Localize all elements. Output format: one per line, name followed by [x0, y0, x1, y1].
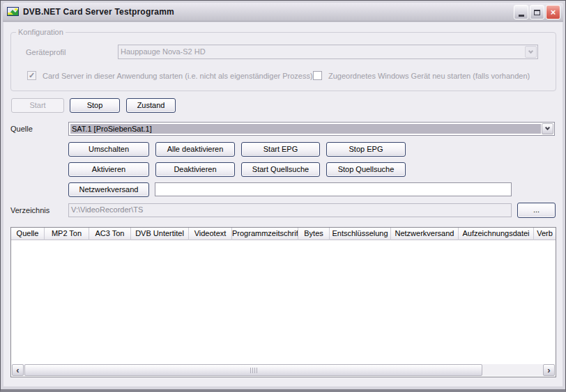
konfiguration-group — [10, 32, 556, 91]
quelle-selected-value: SAT.1 [ProSiebenSat.1] — [70, 124, 541, 134]
minimize-icon — [519, 15, 524, 17]
minimize-button[interactable] — [514, 5, 528, 19]
check-icon: ✓ — [29, 72, 35, 79]
start-quellsuche-button[interactable]: Start Quellsuche — [241, 162, 320, 177]
maximize-button[interactable] — [530, 5, 544, 19]
quelle-dropdown-button[interactable] — [542, 123, 553, 134]
stop-quellsuche-button[interactable]: Stop Quellsuche — [326, 162, 406, 177]
column-header-mp2-ton[interactable]: MP2 Ton — [45, 228, 89, 240]
quelle-label: Quelle — [10, 125, 33, 133]
alle-deaktivieren-button[interactable]: Alle deaktivieren — [155, 142, 235, 157]
column-header-verb[interactable]: Verb — [534, 228, 556, 240]
column-header-ac3-ton[interactable]: AC3 Ton — [89, 228, 131, 240]
netzwerkversand-button[interactable]: Netzwerkversand — [68, 182, 149, 197]
netzwerkversand-input[interactable] — [155, 182, 512, 196]
windowsgeraet-checkbox-label: Zugeordnetes Windows Gerät neu starten (… — [328, 72, 530, 80]
cardserver-checkbox[interactable]: ✓ — [27, 71, 36, 80]
geraeteprofil-value: Hauppauge Nova-S2 HD — [121, 47, 523, 56]
scroll-left-button[interactable]: ‹ — [12, 364, 24, 376]
app-icon — [7, 6, 20, 17]
window-title: DVB.NET Card Server Testprogramm — [23, 7, 174, 17]
scroll-right-icon: › — [547, 365, 550, 375]
column-header-netzwerkversand[interactable]: Netzwerkversand — [391, 228, 459, 240]
scrollbar-grip-icon — [250, 368, 257, 373]
geraeteprofil-dropdown-button — [525, 46, 537, 58]
umschalten-button[interactable]: Umschalten — [68, 142, 149, 157]
verzeichnis-field: V:\VideoRecorder\TS — [68, 203, 512, 217]
close-button[interactable]: × — [546, 5, 560, 19]
titlebar[interactable]: DVB.NET Card Server Testprogramm × — [3, 3, 563, 22]
deaktivieren-button[interactable]: Deaktivieren — [155, 162, 235, 177]
column-header-aufzeichnungsdatei[interactable]: Aufzeichnungsdatei — [459, 228, 534, 240]
windowsgeraet-checkbox[interactable] — [313, 71, 322, 80]
column-header-quelle[interactable]: Quelle — [11, 228, 45, 240]
stop-epg-button[interactable]: Stop EPG — [326, 142, 406, 157]
app-window: DVB.NET Card Server Testprogramm × Konfi… — [0, 0, 566, 392]
chevron-down-icon — [528, 48, 533, 53]
start-button[interactable]: Start — [11, 98, 64, 113]
browse-button[interactable]: ... — [517, 203, 556, 218]
scroll-right-button[interactable]: › — [543, 364, 555, 376]
verzeichnis-label: Verzeichnis — [10, 206, 49, 214]
column-header-bytes[interactable]: Bytes — [298, 228, 330, 240]
stop-button[interactable]: Stop — [70, 98, 120, 113]
window-controls: × — [514, 5, 560, 19]
close-icon: × — [551, 7, 556, 17]
scrollbar-thumb[interactable] — [24, 364, 482, 376]
column-header-dvb-untertitel[interactable]: DVB Untertitel — [131, 228, 189, 240]
cardserver-checkbox-label: Card Server in dieser Anwendung starten … — [43, 72, 313, 80]
maximize-icon — [534, 10, 540, 15]
start-epg-button[interactable]: Start EPG — [241, 142, 320, 157]
aktivieren-button[interactable]: Aktivieren — [68, 162, 149, 177]
listview-body[interactable] — [11, 241, 556, 364]
scroll-left-icon: ‹ — [16, 365, 19, 375]
column-header-programmzeitschrift[interactable]: Programmzeitschrift — [232, 228, 298, 240]
geraeteprofil-label: Geräteprofil — [26, 48, 66, 56]
column-header-entschluesselung[interactable]: Entschlüsselung — [330, 228, 391, 240]
konfiguration-group-label: Konfiguration — [16, 28, 66, 36]
client-area: Konfiguration Geräteprofil Hauppauge Nov… — [3, 22, 563, 386]
chevron-down-icon — [545, 125, 550, 130]
column-header-videotext[interactable]: Videotext — [189, 228, 232, 240]
horizontal-scrollbar[interactable]: ‹ › — [12, 364, 555, 376]
geraeteprofil-combobox[interactable]: Hauppauge Nova-S2 HD — [118, 45, 538, 59]
quelle-combobox[interactable]: SAT.1 [ProSiebenSat.1] — [68, 122, 555, 136]
sources-listview: Quelle MP2 Ton AC3 Ton DVB Untertitel Vi… — [10, 227, 556, 377]
listview-header: Quelle MP2 Ton AC3 Ton DVB Untertitel Vi… — [11, 228, 556, 240]
zustand-button[interactable]: Zustand — [126, 98, 176, 113]
